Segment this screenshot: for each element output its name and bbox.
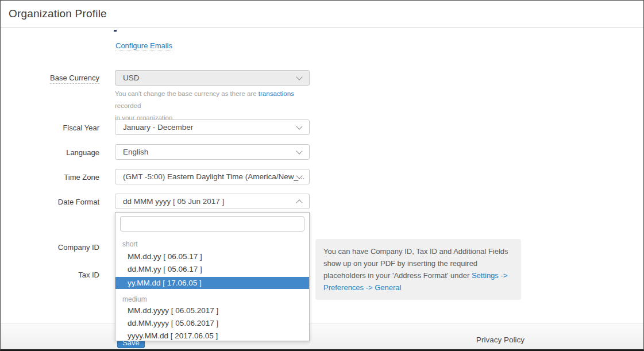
base-currency-label: Base Currency — [1, 74, 99, 82]
date-format-select[interactable]: dd MMM yyyy [ 05 Jun 2017 ] — [115, 194, 310, 209]
date-format-option[interactable]: yyyy.MM.dd [ 2017.06.05 ] — [115, 330, 309, 341]
fiscal-year-label: Fiscal Year — [1, 124, 99, 132]
language-select[interactable]: English — [115, 144, 310, 160]
privacy-policy-link[interactable]: Privacy Policy — [476, 335, 525, 344]
language-label: Language — [1, 148, 99, 157]
date-format-option[interactable]: MM.dd.yy [ 06.05.17 ] — [115, 250, 309, 263]
date-format-label: Date Format — [1, 198, 99, 206]
time-zone-select[interactable]: (GMT -5:00) Eastern Daylight Time (Ameri… — [115, 169, 310, 184]
date-format-option[interactable]: dd.MM.yy [ 05.06.17 ] — [115, 263, 309, 276]
date-format-option-selected[interactable]: yy.MM.dd [ 17.06.05 ] — [115, 277, 309, 289]
date-format-search-input[interactable] — [120, 216, 304, 232]
date-format-dropdown-panel: short MM.dd.yy [ 06.05.17 ] dd.MM.yy [ 0… — [115, 212, 310, 341]
footer — [1, 323, 643, 349]
base-currency-help-text: You can't change the base currency as th… — [115, 88, 316, 124]
chevron-down-icon — [296, 74, 302, 80]
date-format-option[interactable]: MM.dd.yyyy [ 06.05.2017 ] — [115, 304, 309, 317]
option-group-medium: medium — [115, 294, 309, 305]
footer-divider — [1, 323, 643, 323]
time-zone-label: Time Zone — [1, 173, 99, 182]
date-format-option[interactable]: dd.MM.yyyy [ 05.06.2017 ] — [115, 317, 309, 330]
pdf-placeholders-info-box: You can have Company ID, Tax ID and Addi… — [315, 239, 521, 300]
clipped-content-artifact — [114, 30, 117, 32]
organization-profile-page: Organization Profile Configure Emails Ba… — [0, 0, 644, 351]
transactions-link[interactable]: transactions — [259, 90, 294, 97]
chevron-up-icon — [296, 199, 302, 206]
chevron-down-icon — [296, 148, 302, 154]
chevron-down-icon — [296, 123, 302, 129]
base-currency-select: USD — [115, 70, 310, 86]
tax-id-label: Tax ID — [1, 271, 99, 279]
page-header: Organization Profile — [1, 1, 643, 28]
page-title: Organization Profile — [9, 1, 107, 27]
fiscal-year-select[interactable]: January - December — [115, 119, 310, 135]
company-id-label: Company ID — [1, 243, 99, 252]
option-group-short: short — [115, 238, 309, 250]
configure-emails-link[interactable]: Configure Emails — [115, 41, 172, 51]
